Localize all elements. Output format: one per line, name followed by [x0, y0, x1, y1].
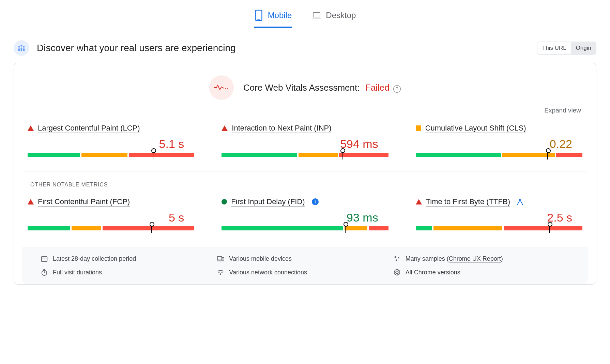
metric-value: 5 s — [28, 211, 194, 224]
metric-inp: Interaction to Next Paint (INP) 594 ms — [222, 124, 388, 157]
metric-name-link[interactable]: Interaction to Next Paint (INP) — [232, 124, 331, 133]
metric-value: 5.1 s — [28, 137, 194, 151]
footer-chrome: All Chrome versions — [393, 269, 569, 276]
footer-period: Latest 28-day collection period — [41, 255, 217, 262]
percentile-marker — [345, 224, 346, 233]
metric-value: 93 ms — [222, 211, 388, 224]
data-origin-footer: Latest 28-day collection period Various … — [22, 247, 588, 284]
metric-name-link[interactable]: Time to First Byte (TTFB) — [426, 197, 510, 206]
info-icon[interactable]: i — [312, 198, 319, 205]
svg-rect-8 — [21, 48, 22, 51]
status-bad-icon — [416, 199, 422, 204]
pulse-icon — [209, 75, 234, 100]
svg-point-17 — [394, 256, 396, 258]
crux-report-link[interactable]: Chrome UX Report — [449, 255, 501, 262]
scope-this-url[interactable]: This URL — [537, 42, 571, 54]
expand-view-link[interactable]: Expand view — [544, 107, 581, 114]
metric-ttfb: Time to First Byte (TTFB) 2.5 s — [416, 197, 582, 230]
footer-connections: Various network connections — [217, 269, 393, 276]
svg-point-23 — [220, 274, 221, 275]
metric-name-link[interactable]: First Contentful Paint (FCP) — [38, 197, 130, 206]
metric-cls: Cumulative Layout Shift (CLS) 0.22 — [416, 124, 582, 157]
footer-samples: Many samples (Chrome UX Report) — [393, 255, 569, 262]
svg-point-5 — [20, 45, 22, 46]
assessment-label: Core Web Vitals Assessment: — [243, 82, 360, 93]
scope-origin[interactable]: Origin — [571, 42, 596, 54]
devices-icon — [217, 255, 224, 262]
chrome-icon — [393, 269, 401, 276]
status-bad-icon — [222, 125, 228, 131]
svg-point-6 — [23, 46, 25, 48]
metric-lcp: Largest Contentful Paint (LCP) 5.1 s — [28, 124, 194, 157]
metric-value: 2.5 s — [416, 211, 582, 224]
divider — [24, 171, 586, 171]
metric-value: 0.22 — [416, 137, 582, 151]
metric-name-link[interactable]: First Input Delay (FID) — [231, 197, 305, 206]
svg-point-4 — [18, 46, 20, 48]
assessment-help-icon[interactable]: ? — [393, 85, 401, 93]
distribution-bar — [416, 226, 582, 230]
assessment-card: Core Web Vitals Assessment: Failed ? Exp… — [14, 63, 596, 285]
status-bad-icon — [28, 199, 34, 204]
svg-rect-9 — [23, 48, 25, 51]
svg-rect-16 — [222, 257, 224, 261]
distribution-bar — [222, 153, 388, 157]
footer-devices: Various mobile devices — [217, 255, 393, 262]
percentile-marker — [547, 150, 548, 160]
core-metrics-row: Largest Contentful Paint (LCP) 5.1 s Int… — [24, 124, 586, 157]
calendar-icon — [41, 255, 48, 262]
metric-fid: First Input Delay (FID) i 93 ms — [222, 197, 388, 230]
percentile-marker — [151, 224, 152, 233]
svg-rect-2 — [313, 13, 320, 17]
assessment-text: Core Web Vitals Assessment: Failed ? — [243, 82, 401, 93]
metric-name-link[interactable]: Cumulative Layout Shift (CLS) — [425, 124, 526, 133]
metric-name-link[interactable]: Largest Contentful Paint (LCP) — [38, 124, 140, 133]
metric-fcp: First Contentful Paint (FCP) 5 s — [28, 197, 194, 230]
scope-toggle: This URL Origin — [537, 42, 596, 55]
network-icon — [217, 269, 224, 276]
distribution-bar — [28, 226, 194, 230]
svg-rect-14 — [217, 257, 222, 260]
samples-icon — [393, 255, 401, 262]
percentile-marker — [342, 150, 342, 160]
other-metrics-heading: OTHER NOTABLE METRICS — [30, 182, 586, 188]
svg-point-18 — [398, 257, 399, 258]
status-bad-icon — [28, 125, 34, 131]
distribution-bar — [222, 226, 388, 230]
distribution-bar — [416, 153, 582, 157]
metric-value: 594 ms — [222, 137, 388, 151]
page-title: Discover what your real users are experi… — [37, 43, 236, 54]
svg-rect-10 — [42, 257, 47, 262]
svg-rect-7 — [18, 48, 20, 51]
users-icon — [14, 40, 29, 56]
percentile-marker — [549, 224, 550, 233]
assessment-result: Failed — [365, 82, 390, 93]
tab-desktop[interactable]: Desktop — [312, 10, 356, 28]
svg-point-20 — [42, 271, 47, 276]
mobile-icon — [254, 10, 263, 21]
percentile-marker — [153, 150, 153, 160]
distribution-bar — [28, 153, 194, 157]
flask-icon[interactable] — [517, 198, 523, 205]
status-warn-icon — [416, 125, 421, 131]
tab-mobile[interactable]: Mobile — [254, 10, 292, 28]
stopwatch-icon — [41, 269, 48, 276]
other-metrics-row: First Contentful Paint (FCP) 5 s First I… — [24, 197, 586, 230]
status-good-icon — [222, 199, 227, 204]
footer-durations: Full visit durations — [41, 269, 217, 276]
svg-point-19 — [395, 259, 397, 261]
tab-mobile-label: Mobile — [268, 11, 292, 20]
tab-desktop-label: Desktop — [326, 11, 356, 20]
desktop-icon — [312, 10, 321, 21]
